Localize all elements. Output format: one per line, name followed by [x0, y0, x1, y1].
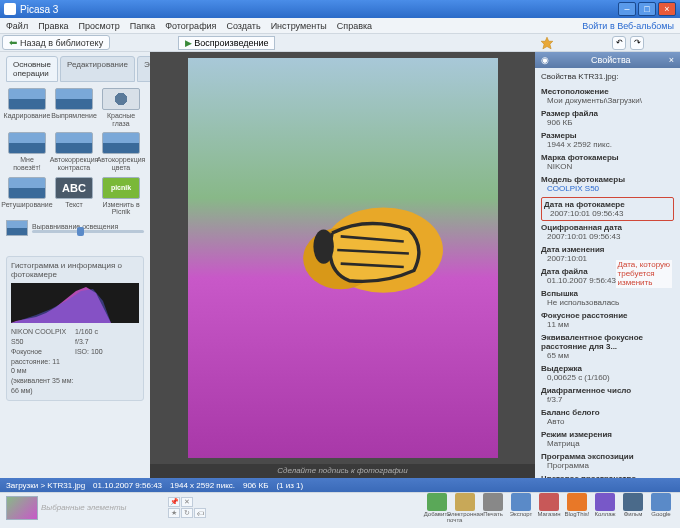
photo[interactable]: [188, 58, 498, 458]
tray-icon-label: BlogThis!: [564, 511, 589, 517]
tool-picnik[interactable]: picnikИзменить в Picnik: [100, 177, 142, 216]
tool-text[interactable]: ABCТекст: [53, 177, 95, 216]
property-key: Режим измерения: [541, 430, 674, 439]
tray-icon-glyph: [511, 493, 531, 511]
property-value: 11 мм: [541, 320, 674, 329]
tray-action-печать[interactable]: Печать: [480, 493, 506, 523]
toolbar: ⬅ Назад в библиотеку ▶ Воспроизведение ↶…: [0, 34, 680, 52]
properties-title: Свойства: [553, 55, 669, 65]
rotate-button[interactable]: ↻: [181, 508, 193, 518]
play-button[interactable]: ▶ Воспроизведение: [178, 36, 275, 50]
menu-photo[interactable]: Фотография: [165, 21, 216, 31]
rotate-right-button[interactable]: ↷: [630, 36, 644, 50]
tool-autocontrast[interactable]: Автокоррекция контраста: [53, 132, 95, 171]
maximize-button[interactable]: □: [638, 2, 656, 16]
svg-point-8: [313, 230, 333, 264]
left-panel: Основные операции Редактирование Эффекты…: [0, 52, 150, 478]
pin-icon[interactable]: ◉: [541, 55, 549, 65]
tray-action-коллаж[interactable]: Коллаж: [592, 493, 618, 523]
property-key: Диафрагменное число: [541, 386, 674, 395]
star-button[interactable]: ★: [168, 508, 180, 518]
tray-icon-glyph: [455, 493, 475, 511]
edit-tabs: Основные операции Редактирование Эффекты: [6, 56, 144, 82]
property-value: Не использовалась: [541, 298, 674, 307]
tool-redeye[interactable]: Красные глаза: [100, 88, 142, 127]
tray-action-google[interactable]: Google: [648, 493, 674, 523]
properties-header: ◉ Свойства ×: [535, 52, 680, 68]
app-icon: [4, 3, 16, 15]
clear-button[interactable]: ✕: [181, 497, 193, 507]
property-key: Местоположение: [541, 87, 674, 96]
property-row: Размеры1944 x 2592 пикс.: [541, 131, 674, 149]
property-value: 65 мм: [541, 351, 674, 360]
property-row: Марка фотокамерыNIKON: [541, 153, 674, 171]
property-key: Баланс белого: [541, 408, 674, 417]
tray-icon-label: Печать: [483, 511, 503, 517]
tray-action-магазин[interactable]: Магазин: [536, 493, 562, 523]
property-row: МестоположениеМои документы\Загрузки\: [541, 87, 674, 105]
back-to-library-button[interactable]: ⬅ Назад в библиотеку: [2, 35, 110, 50]
property-row: Эквивалентное фокусное расстояние для 3.…: [541, 333, 674, 360]
property-key: Дата изменения: [541, 245, 674, 254]
tab-tuning[interactable]: Редактирование: [60, 56, 135, 82]
close-button[interactable]: ×: [658, 2, 676, 16]
menu-create[interactable]: Создать: [226, 21, 260, 31]
menu-view[interactable]: Просмотр: [79, 21, 120, 31]
close-panel-icon[interactable]: ×: [669, 55, 674, 65]
tool-straighten[interactable]: Выпрямление: [53, 88, 95, 127]
property-key: Выдержка: [541, 364, 674, 373]
caption-input[interactable]: Сделайте подпись к фотографии: [150, 464, 535, 478]
property-row: ВспышкаНе использовалась: [541, 289, 674, 307]
tool-grid: Кадрирование Выпрямление Красные глаза М…: [6, 88, 144, 216]
property-row: Программа экспозицииПрограмма: [541, 452, 674, 470]
tray-placeholder: Выбранные элементы: [41, 503, 161, 512]
property-value: 2007:10:01 09:56:43: [544, 209, 671, 218]
play-label: Воспроизведение: [194, 38, 268, 48]
menu-edit[interactable]: Правка: [38, 21, 68, 31]
tab-effects[interactable]: Эффекты: [137, 56, 150, 82]
menu-tools[interactable]: Инструменты: [271, 21, 327, 31]
tab-basic[interactable]: Основные операции: [6, 56, 58, 82]
histogram-panel: Гистограмма и информация о фотокамере NI…: [6, 256, 144, 401]
tray-icon-glyph: [427, 493, 447, 511]
property-value: 2007:10:01 09:56:43: [541, 232, 674, 241]
tag-button[interactable]: 🏷: [194, 508, 206, 518]
annotation-callout: Дата, которую требуется изменить: [616, 260, 672, 288]
window-title: Picasa 3: [20, 4, 618, 15]
property-value: 906 КБ: [541, 118, 674, 127]
minimize-button[interactable]: –: [618, 2, 636, 16]
status-date: 01.10.2007 9:56:43: [93, 481, 162, 490]
status-size: 906 КБ: [243, 481, 268, 490]
tray-action-фильм[interactable]: Фильм: [620, 493, 646, 523]
hist-iso: ISO: 100: [75, 347, 139, 357]
tray-action-экспорт[interactable]: Экспорт: [508, 493, 534, 523]
menu-help[interactable]: Справка: [337, 21, 372, 31]
menu-folder[interactable]: Папка: [130, 21, 156, 31]
tray-action-blogthis![interactable]: BlogThis!: [564, 493, 590, 523]
property-value: Матрица: [541, 439, 674, 448]
tray-icon-glyph: [595, 493, 615, 511]
tray-action-электронная почта[interactable]: Электронная почта: [452, 493, 478, 523]
property-value: Программа: [541, 461, 674, 470]
hist-camera: NIKON COOLPIX S50: [11, 327, 75, 347]
tool-autocolor[interactable]: Автокоррекция цвета: [100, 132, 142, 171]
favorite-icon[interactable]: [540, 36, 554, 50]
fill-light-slider[interactable]: [32, 230, 144, 233]
rotate-left-button[interactable]: ↶: [612, 36, 626, 50]
tray-thumbnail[interactable]: [6, 496, 38, 520]
tray-icon-glyph: [539, 493, 559, 511]
hist-exposure: 1/160 с: [75, 327, 139, 337]
tool-retouch[interactable]: Ретуширование: [6, 177, 48, 216]
play-icon: ▶: [185, 38, 192, 48]
menu-file[interactable]: Файл: [6, 21, 28, 31]
hist-equiv: (эквивалент 35 мм: 66 мм): [11, 376, 75, 396]
tray-icon-glyph: [483, 493, 503, 511]
svg-marker-0: [541, 37, 553, 49]
signin-link[interactable]: Войти в Веб-альбомы: [582, 21, 674, 31]
property-value[interactable]: COOLPIX S50: [541, 184, 674, 193]
property-row: Оцифрованная дата2007:10:01 09:56:43: [541, 223, 674, 241]
bottom-tray: Выбранные элементы 📌✕ ★↻🏷 ДобавитьЭлектр…: [0, 492, 680, 522]
hold-button[interactable]: 📌: [168, 497, 180, 507]
tool-lucky[interactable]: Мне повезёт!: [6, 132, 48, 171]
tool-crop[interactable]: Кадрирование: [6, 88, 48, 127]
